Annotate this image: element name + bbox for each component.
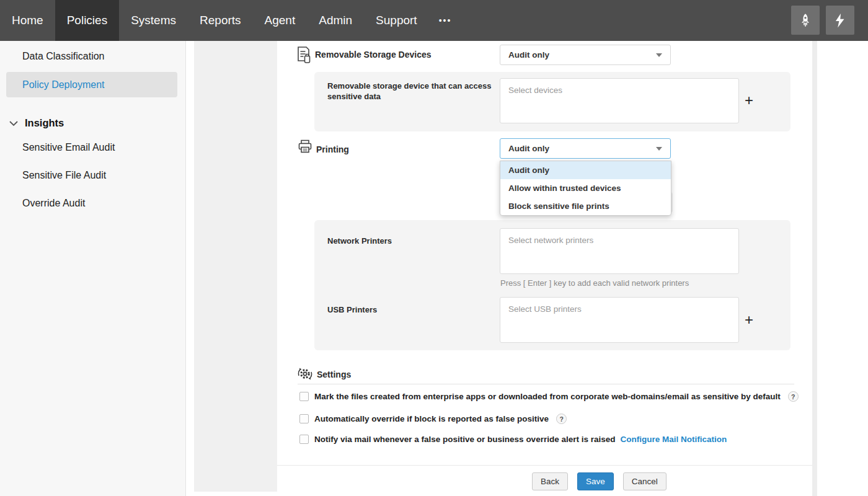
back-button[interactable]: Back (532, 472, 568, 490)
network-printers-hint: Press [ Enter ] key to add each valid ne… (500, 278, 689, 288)
left-sidebar: Data Classification Policy Deployment In… (0, 41, 186, 496)
network-printers-input[interactable]: Select network printers (500, 228, 739, 274)
settings-title: Settings (317, 370, 351, 379)
rocket-button[interactable] (791, 6, 820, 35)
sidebar-group-insights[interactable]: Insights (25, 117, 64, 129)
top-nav: Home Policies Systems Reports Agent Admi… (0, 0, 868, 41)
nav-item-support[interactable]: Support (364, 0, 429, 41)
option-block-sensitive-file-prints[interactable]: Block sensitive file prints (500, 197, 671, 215)
nav-item-reports[interactable]: Reports (188, 0, 253, 41)
chevron-down-icon (656, 53, 662, 57)
settings-icon (296, 365, 314, 383)
secondary-panel (194, 41, 277, 492)
save-button[interactable]: Save (577, 472, 614, 490)
printing-select[interactable]: Audit only (500, 138, 671, 159)
removable-storage-label: Removable Storage Devices (315, 50, 432, 60)
nav-item-admin[interactable]: Admin (307, 0, 364, 41)
form-actions: Back Save Cancel (532, 472, 666, 490)
chevron-down-icon[interactable] (9, 120, 19, 127)
sidebar-item-override-audit[interactable]: Override Audit (22, 198, 85, 209)
setting-row-mark-sensitive: Mark the files created from enterprise a… (299, 391, 799, 402)
settings-divider (298, 384, 794, 384)
help-icon[interactable]: ? (788, 391, 799, 402)
removable-storage-select[interactable]: Audit only (500, 45, 671, 65)
printing-label: Printing (316, 144, 349, 154)
add-devices-button[interactable]: + (745, 94, 753, 107)
rocket-icon (797, 12, 813, 29)
select-devices-input[interactable]: Select devices (500, 78, 739, 123)
nav-item-agent[interactable]: Agent (253, 0, 308, 41)
usb-printers-label: USB Printers (327, 304, 377, 315)
help-icon[interactable]: ? (556, 414, 567, 424)
nav-item-policies[interactable]: Policies (55, 0, 119, 41)
removable-storage-icon (296, 46, 312, 64)
configure-mail-notification-link[interactable]: Configure Mail Notification (620, 435, 727, 444)
chevron-down-icon (656, 147, 662, 151)
auto-override-checkbox[interactable] (299, 414, 309, 423)
mark-sensitive-checkbox[interactable] (299, 392, 309, 401)
nav-spacer (461, 0, 788, 41)
option-allow-within-trusted-devices[interactable]: Allow within trusted devices (500, 179, 671, 197)
notify-mail-checkbox[interactable] (299, 435, 309, 444)
usb-printers-input[interactable]: Select USB printers (500, 297, 739, 343)
add-usb-printers-button[interactable]: + (745, 314, 753, 326)
lightning-icon (832, 12, 848, 29)
nav-overflow-menu[interactable]: ••• (429, 0, 462, 41)
printing-dropdown-menu: Audit only Allow within trusted devices … (500, 161, 671, 216)
setting-row-auto-override: Automatically override if block is repor… (299, 414, 567, 424)
nav-item-home[interactable]: Home (0, 0, 55, 41)
vertical-scrollbar[interactable] (812, 41, 817, 496)
network-printers-label: Network Printers (327, 236, 392, 246)
printer-icon (298, 139, 312, 154)
cancel-button[interactable]: Cancel (623, 472, 666, 490)
app-window: Home Policies Systems Reports Agent Admi… (0, 0, 868, 496)
sidebar-item-policy-deployment[interactable]: Policy Deployment (6, 72, 177, 97)
sidebar-item-data-classification[interactable]: Data Classification (22, 51, 105, 62)
policy-form: Removable Storage Devices Audit only Rem… (277, 41, 812, 496)
footer-divider (277, 465, 812, 466)
sidebar-item-sensitive-email-audit[interactable]: Sensitive Email Audit (22, 142, 115, 153)
option-audit-only[interactable]: Audit only (500, 161, 671, 179)
quick-actions-button[interactable] (826, 6, 854, 35)
setting-row-notify-mail: Notify via mail whenever a false positiv… (299, 435, 727, 444)
removable-storage-sub-label: Removable storage device that can access… (327, 81, 501, 102)
sidebar-item-sensitive-file-audit[interactable]: Sensitive File Audit (22, 170, 106, 181)
nav-item-systems[interactable]: Systems (119, 0, 188, 41)
